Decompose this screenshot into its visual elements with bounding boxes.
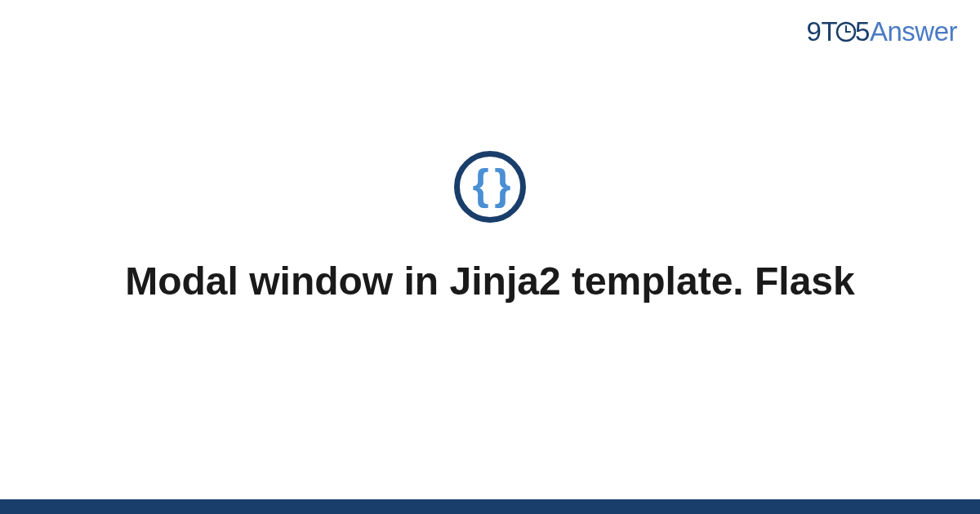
page-title: Modal window in Jinja2 template. Flask (125, 257, 855, 306)
footer-bar (0, 499, 980, 514)
code-icon: { } (454, 151, 526, 223)
main-content: { } Modal window in Jinja2 template. Fla… (0, 0, 980, 514)
topic-icon-container: { } (454, 151, 526, 223)
braces-icon: { } (473, 163, 508, 206)
